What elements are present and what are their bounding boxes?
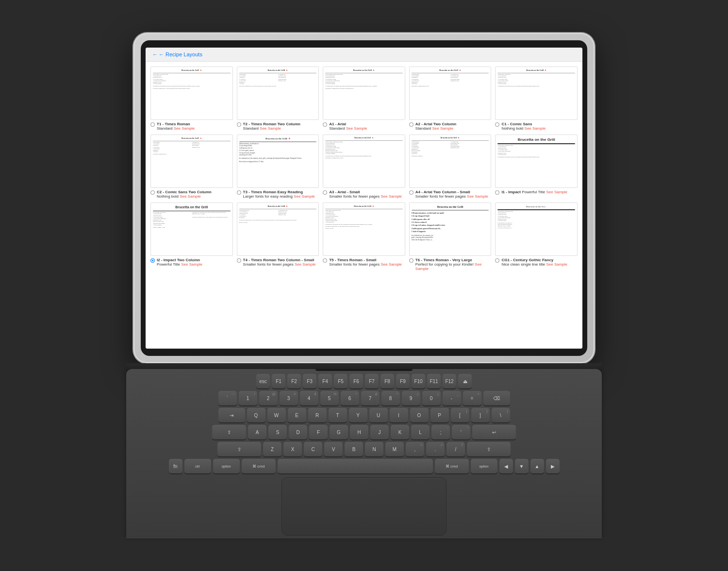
key-q[interactable]: Q [247, 408, 265, 422]
key-m[interactable]: M [385, 442, 404, 456]
key-f11[interactable]: F11 [427, 374, 441, 388]
key-option-left[interactable]: option [213, 459, 240, 473]
back-button[interactable]: ← ← Recipe Layouts [152, 51, 202, 57]
key-9[interactable]: (9 [402, 391, 420, 405]
key-backspace[interactable]: ⌫ [483, 391, 510, 405]
radio-A3[interactable] [323, 190, 327, 195]
key-quote[interactable]: "' [452, 425, 470, 439]
key-shift-left[interactable]: ⇧ [217, 442, 261, 456]
radio-T1[interactable] [150, 122, 155, 127]
key-f9[interactable]: F9 [396, 374, 410, 388]
key-o[interactable]: O [410, 408, 429, 422]
key-e[interactable]: E [288, 408, 306, 422]
key-fn[interactable]: fn [169, 459, 182, 473]
key-arrow-right[interactable]: ▶ [546, 459, 560, 473]
touchpad[interactable] [281, 477, 447, 536]
key-eject[interactable]: ⏏ [458, 374, 472, 388]
radio-I1[interactable] [495, 190, 499, 195]
key-f2[interactable]: F2 [287, 374, 301, 388]
key-5[interactable]: %5 [320, 391, 339, 405]
radio-CG1[interactable] [495, 258, 499, 263]
key-l[interactable]: L [411, 425, 430, 439]
key-minus[interactable]: _- [443, 391, 461, 405]
key-esc[interactable]: esc [256, 374, 270, 388]
key-y[interactable]: Y [349, 408, 367, 422]
key-comma[interactable]: <, [406, 442, 424, 456]
key-x[interactable]: X [283, 442, 302, 456]
key-shift-right[interactable]: ⇧ [467, 442, 511, 456]
key-option-right[interactable]: option [471, 459, 497, 473]
layout-preview-T5[interactable]: Brucetta on the Grill ★ 4 Roma tomatoes,… [323, 202, 405, 256]
radio-T6[interactable] [409, 258, 414, 263]
app-content[interactable]: Brucetta on the Grill ★ 4 Roma tomatoes,… [146, 62, 582, 349]
radio-A1[interactable] [323, 122, 327, 127]
layout-preview-A1[interactable]: Brucetta on the Grill ★ 4 Roma tomatoes,… [323, 67, 405, 120]
key-4[interactable]: $4 [300, 391, 318, 405]
key-h[interactable]: H [350, 425, 368, 439]
key-7[interactable]: &7 [361, 391, 380, 405]
key-semicolon[interactable]: :; [431, 425, 450, 439]
key-p[interactable]: P [430, 408, 449, 422]
layout-preview-T2[interactable]: Brucetta on the Grill ★ 4 Roma tomatoes1… [237, 67, 319, 120]
key-w[interactable]: W [267, 408, 286, 422]
key-cmd-right[interactable]: ⌘ cmd [435, 459, 469, 473]
key-2[interactable]: @2 [259, 391, 278, 405]
layout-preview-I1[interactable]: Brucetta on the Grill 4 Roma tomatoes, s… [495, 134, 578, 188]
key-n[interactable]: N [365, 442, 383, 456]
key-arrow-down[interactable]: ▼ [515, 459, 529, 473]
radio-C1[interactable] [495, 122, 499, 127]
key-arrow-left[interactable]: ◀ [499, 459, 513, 473]
key-g[interactable]: G [330, 425, 348, 439]
radio-C2[interactable] [150, 190, 155, 195]
key-u[interactable]: U [369, 408, 388, 422]
key-f5[interactable]: F5 [334, 374, 347, 388]
key-6[interactable]: ^6 [341, 391, 359, 405]
layout-preview-T1[interactable]: Brucetta on the Grill ★ 4 Roma tomatoes,… [150, 67, 233, 120]
key-i[interactable]: I [390, 408, 408, 422]
key-f[interactable]: F [309, 425, 328, 439]
key-0[interactable]: )0 [422, 391, 441, 405]
radio-T2[interactable] [237, 122, 241, 127]
key-j[interactable]: J [370, 425, 389, 439]
key-t[interactable]: T [329, 408, 347, 422]
radio-I2[interactable] [150, 258, 155, 263]
layout-preview-C1[interactable]: Brucetta on the Grill ★ 4 Roma tomatoes,… [495, 67, 578, 120]
key-f10[interactable]: F10 [412, 374, 425, 388]
layout-preview-T4[interactable]: Brucetta on the Grill ★ 4 Roma tomatoes,… [237, 202, 319, 256]
key-cmd-left[interactable]: ⌘ cmd [242, 459, 276, 473]
radio-T5[interactable] [323, 258, 327, 263]
key-space[interactable] [278, 459, 433, 473]
key-f8[interactable]: F8 [381, 374, 394, 388]
layout-preview-T6[interactable]: Brucetta on the Grill 4 Roma tomatoes, s… [409, 202, 492, 256]
key-return[interactable]: ↩ [472, 425, 516, 439]
layout-preview-I2[interactable]: Brucetta on the Grill 4 Roma tomatoes, s… [150, 202, 233, 256]
key-f6[interactable]: F6 [349, 374, 363, 388]
radio-A4[interactable] [409, 190, 414, 195]
key-f12[interactable]: F12 [443, 374, 456, 388]
key-slash[interactable]: ?/ [447, 442, 465, 456]
key-lbracket[interactable]: {[ [451, 408, 469, 422]
layout-preview-C2[interactable]: Brucetta on the Grill ★ 4 Roma tomatoes1… [150, 134, 233, 188]
key-s[interactable]: S [268, 425, 287, 439]
radio-T4[interactable] [237, 258, 241, 263]
key-b[interactable]: B [345, 442, 363, 456]
key-rbracket[interactable]: }] [471, 408, 490, 422]
key-backslash[interactable]: |\ [492, 408, 510, 422]
key-arrow-up[interactable]: ▲ [530, 459, 544, 473]
layout-preview-T3[interactable]: Brucetta on the Grill ★ 4 Roma tomatoes,… [237, 134, 319, 188]
key-k[interactable]: K [391, 425, 409, 439]
key-f1[interactable]: F1 [272, 374, 285, 388]
key-1[interactable]: !1 [239, 391, 257, 405]
key-v[interactable]: V [324, 442, 343, 456]
key-period[interactable]: >. [426, 442, 445, 456]
key-f4[interactable]: F4 [318, 374, 332, 388]
key-capslock[interactable]: ⇪ [212, 425, 246, 439]
layout-preview-CG1[interactable]: Brucetta on the Gri... 4 Roma tomatoes, … [495, 202, 578, 256]
radio-A2[interactable] [409, 122, 414, 127]
key-equals[interactable]: += [463, 391, 481, 405]
key-backtick[interactable]: ~` [218, 391, 237, 405]
key-ctrl[interactable]: ctrl [184, 459, 211, 473]
key-c[interactable]: C [304, 442, 322, 456]
key-f7[interactable]: F7 [365, 374, 379, 388]
key-8[interactable]: *8 [381, 391, 400, 405]
